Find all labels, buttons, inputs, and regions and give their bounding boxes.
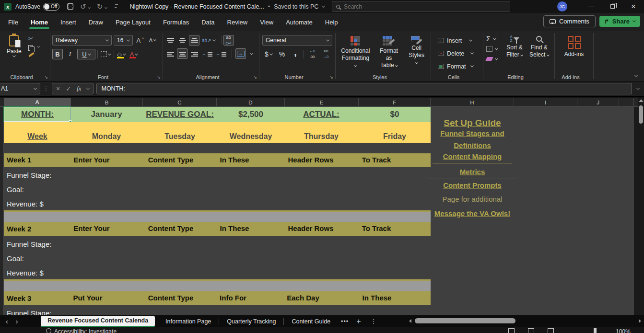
column-header-a[interactable]: A (4, 98, 71, 107)
sheet-tab-information-page[interactable]: Information Page (158, 316, 219, 327)
link-funnel-stages[interactable]: Funnel Stages and (431, 129, 514, 138)
hscroll-left-icon[interactable] (409, 319, 411, 323)
page-layout-view-icon[interactable] (528, 328, 534, 333)
week2-col4[interactable]: Header Rows (288, 224, 333, 233)
close-button[interactable]: × (623, 0, 644, 13)
redo-icon[interactable]: ↻ (97, 2, 107, 11)
search-input[interactable] (344, 3, 506, 10)
hscroll-right-icon[interactable] (639, 319, 641, 323)
scroll-up-icon[interactable] (639, 99, 644, 102)
page-break-view-icon[interactable] (548, 328, 554, 333)
tab-home[interactable]: Home (24, 15, 54, 30)
sheet-tab-content-guide[interactable]: Content Guide (284, 316, 338, 327)
accessibility-status[interactable]: Accessibility: Investigate (54, 328, 117, 333)
week3-col3[interactable]: Info For (220, 294, 246, 303)
font-color-icon[interactable]: A (129, 49, 139, 59)
insert-function-icon[interactable]: fx (77, 85, 81, 92)
wrap-text-icon[interactable]: abc↵ (223, 35, 234, 46)
customize-qat-icon[interactable]: ⌄̅ (114, 3, 117, 10)
week1-col3[interactable]: In These (220, 156, 249, 165)
day-monday[interactable]: Monday (92, 132, 121, 141)
merge-center-icon[interactable]: ↔ (235, 48, 246, 59)
day-tuesday[interactable]: Tuesday (164, 132, 195, 141)
saved-status-chevron-icon[interactable] (322, 4, 325, 8)
percent-icon[interactable]: % (277, 49, 287, 59)
paste-button[interactable]: Paste (4, 34, 24, 58)
day-friday[interactable]: Friday (383, 132, 406, 141)
week1-goal[interactable]: Goal: (7, 185, 24, 194)
conditional-formatting-button[interactable]: ConditionalFormatting (338, 35, 374, 70)
week1-col4[interactable]: Header Rows (288, 156, 333, 165)
fx-chevron-icon[interactable] (86, 86, 90, 90)
share-button[interactable]: ↱ Share (599, 16, 640, 27)
week3-col4[interactable]: Each Day (287, 294, 319, 303)
column-header-e[interactable]: E (285, 98, 359, 107)
format-painter-icon[interactable] (28, 52, 35, 57)
horizontal-scroll-thumb[interactable] (415, 318, 515, 323)
enter-icon[interactable]: ✓ (66, 85, 71, 92)
undo-icon[interactable]: ↺ (80, 2, 90, 11)
week2-col5[interactable]: To Track (362, 224, 391, 233)
link-message-va-owls[interactable]: Message the VA Owls! (428, 209, 517, 218)
font-size-select[interactable]: 16 (114, 35, 133, 46)
link-definitions[interactable]: Definitions (431, 141, 514, 149)
autosave-control[interactable]: AutoSave Off (15, 3, 59, 11)
format-cells-button[interactable]: ▦ Format (437, 61, 481, 72)
day-wednesday[interactable]: Wednesday (230, 132, 272, 141)
week2-title[interactable]: Week 2 (7, 225, 31, 233)
tab-review[interactable]: Review (221, 15, 254, 30)
decrease-font-icon[interactable]: A (147, 35, 158, 46)
tab-insert[interactable]: Insert (54, 15, 82, 30)
vertical-scroll-thumb[interactable] (639, 105, 643, 124)
user-avatar[interactable]: JG (557, 1, 567, 11)
tab-data[interactable]: Data (195, 15, 221, 30)
sort-filter-button[interactable]: AZ Sort &Filter (503, 34, 526, 63)
format-as-table-button[interactable]: Format asTable (374, 35, 404, 70)
bottom-align-icon[interactable] (189, 35, 199, 46)
link-metrics[interactable]: Metrics (431, 168, 514, 176)
minimize-button[interactable]: — (581, 0, 602, 13)
column-header-c[interactable]: C (143, 98, 217, 107)
borders-icon[interactable] (100, 49, 112, 59)
increase-decimal-icon[interactable]: ←0.00 (307, 49, 317, 59)
align-right-icon[interactable] (189, 48, 199, 59)
column-header-f[interactable]: F (359, 98, 431, 107)
sheet-next-icon[interactable]: › (16, 318, 18, 325)
name-box[interactable]: A1 (0, 83, 40, 94)
restore-button[interactable] (602, 0, 623, 13)
cut-icon[interactable]: ✂ (28, 35, 35, 42)
increase-indent-icon[interactable]: → (215, 48, 227, 59)
comma-icon[interactable]: , (290, 47, 301, 57)
tab-formulas[interactable]: Formulas (157, 15, 195, 30)
link-content-prompts[interactable]: Content Prompts (431, 181, 514, 189)
row-headers[interactable] (0, 107, 4, 315)
align-center-icon[interactable] (177, 48, 187, 59)
increase-font-icon[interactable]: A^ (135, 35, 145, 46)
underline-button[interactable]: U (77, 49, 95, 59)
week1-revenue[interactable]: Revenue: $ (7, 200, 44, 208)
zoom-slider[interactable] (594, 328, 597, 333)
tab-page-layout[interactable]: Page Layout (109, 15, 157, 30)
addins-button[interactable]: Add-ins (557, 35, 591, 59)
autosave-toggle[interactable]: Off (43, 3, 59, 11)
decrease-indent-icon[interactable]: ← (201, 48, 213, 59)
spacer-row[interactable] (4, 143, 431, 153)
new-sheet-icon[interactable]: + (356, 317, 361, 326)
cell-c1-goal-label[interactable]: REVENUE GOAL: (146, 109, 214, 119)
italic-button[interactable]: I (65, 49, 75, 59)
gray-spacer-row-2[interactable] (4, 281, 431, 291)
week2-goal[interactable]: Goal: (7, 254, 24, 263)
top-align-icon[interactable] (165, 35, 176, 46)
tab-file[interactable]: File (2, 15, 24, 30)
week2-funnel-stage[interactable]: Funnel Stage: (7, 240, 51, 248)
middle-align-icon[interactable] (177, 35, 187, 46)
tab-automate[interactable]: Automate (280, 15, 319, 30)
week3-col5[interactable]: In These (363, 294, 392, 303)
bold-button[interactable]: B (52, 49, 63, 59)
decrease-decimal-icon[interactable]: .00→0 (320, 49, 331, 59)
week3-col2[interactable]: Content Type (148, 294, 194, 303)
cancel-icon[interactable]: × (56, 85, 60, 92)
insert-cells-button[interactable]: ← Insert (437, 35, 481, 46)
zoom-level[interactable]: 100% (616, 328, 631, 333)
link-content-mapping[interactable]: Content Mapping (431, 152, 514, 161)
